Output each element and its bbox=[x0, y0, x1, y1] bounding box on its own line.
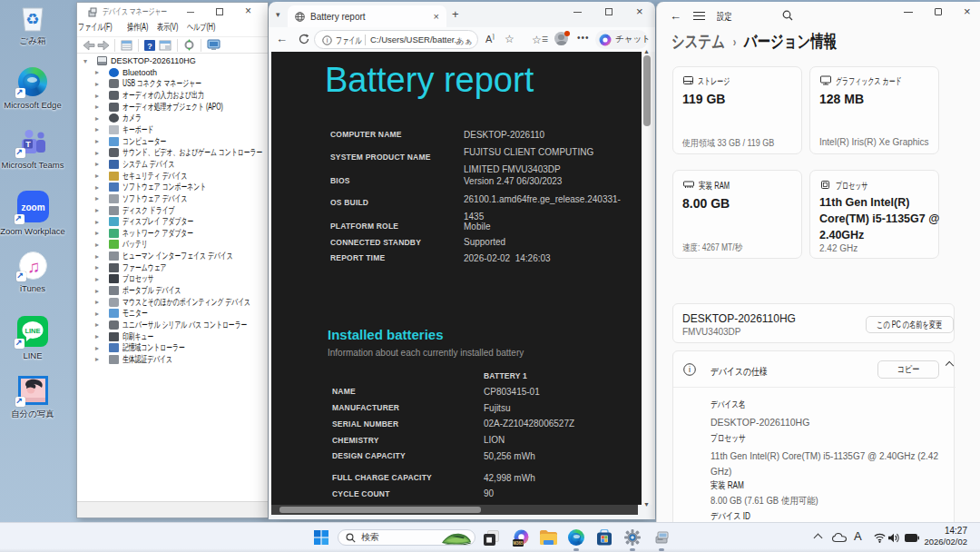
svg-text:i: i bbox=[689, 365, 691, 374]
svg-text:♫: ♫ bbox=[26, 257, 39, 276]
svg-text:i: i bbox=[327, 36, 328, 44]
svg-text:M365: M365 bbox=[513, 540, 524, 545]
svg-text:♻: ♻ bbox=[25, 11, 39, 28]
svg-text:?: ? bbox=[147, 41, 152, 50]
svg-text:T: T bbox=[25, 140, 31, 149]
svg-text:zoom: zoom bbox=[21, 202, 44, 212]
svg-text:LINE: LINE bbox=[24, 327, 40, 335]
